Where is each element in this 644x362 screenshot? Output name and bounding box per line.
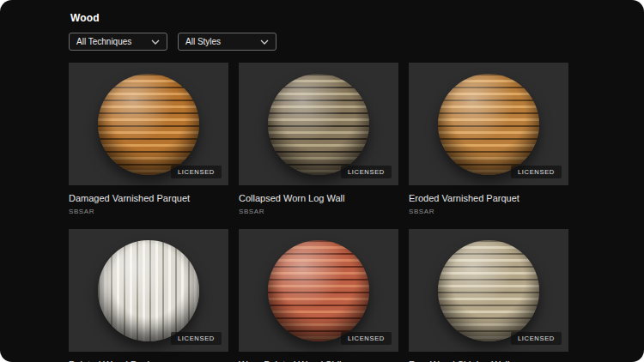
material-sphere-preview xyxy=(438,74,539,175)
material-sphere-preview xyxy=(268,74,369,175)
material-thumbnail[interactable]: LICENSED xyxy=(409,229,568,352)
licensed-badge: LICENSED xyxy=(171,166,222,178)
material-format: SBSAR xyxy=(239,208,398,215)
material-card: LICENSED Painted Wood Deck SBSAR xyxy=(69,229,228,362)
app-window: Wood All Techniques All Styles LICENSED … xyxy=(0,0,644,362)
material-sphere-preview xyxy=(98,74,199,175)
material-sphere-preview xyxy=(268,240,369,341)
chevron-down-icon xyxy=(151,39,160,45)
material-card: LICENSED Damaged Varnished Parquet SBSAR xyxy=(69,63,228,215)
material-thumbnail[interactable]: LICENSED xyxy=(239,63,398,185)
material-sphere-preview xyxy=(438,240,539,341)
styles-dropdown[interactable]: All Styles xyxy=(178,33,276,51)
material-thumbnail[interactable]: LICENSED xyxy=(409,63,568,185)
material-format: SBSAR xyxy=(409,208,568,215)
material-thumbnail[interactable]: LICENSED xyxy=(69,63,228,185)
material-card: LICENSED Collapsed Worn Log Wall SBSAR xyxy=(239,63,398,215)
styles-dropdown-label: All Styles xyxy=(185,37,221,46)
licensed-badge: LICENSED xyxy=(341,166,392,178)
chevron-down-icon xyxy=(260,39,269,45)
material-thumbnail[interactable]: LICENSED xyxy=(239,229,398,352)
material-title: Collapsed Worn Log Wall xyxy=(239,193,398,203)
licensed-badge: LICENSED xyxy=(171,332,222,345)
filter-bar: All Techniques All Styles xyxy=(69,33,644,51)
material-card: LICENSED Raw Wood Shiplap Wall SBSAR xyxy=(409,229,568,362)
material-card: LICENSED Worn Painted Wood Siding SBSAR xyxy=(239,229,398,362)
licensed-badge: LICENSED xyxy=(511,332,562,345)
techniques-dropdown-label: All Techniques xyxy=(76,37,131,46)
licensed-badge: LICENSED xyxy=(341,332,392,345)
techniques-dropdown[interactable]: All Techniques xyxy=(69,33,167,51)
material-thumbnail[interactable]: LICENSED xyxy=(69,229,228,352)
material-grid: LICENSED Damaged Varnished Parquet SBSAR… xyxy=(69,63,644,362)
material-title: Eroded Varnished Parquet xyxy=(409,193,568,203)
licensed-badge: LICENSED xyxy=(511,166,562,178)
material-format: SBSAR xyxy=(69,208,228,215)
material-card: LICENSED Eroded Varnished Parquet SBSAR xyxy=(409,63,568,215)
material-sphere-preview xyxy=(98,240,199,341)
material-title: Damaged Varnished Parquet xyxy=(69,193,228,203)
page-title: Wood xyxy=(70,12,644,24)
